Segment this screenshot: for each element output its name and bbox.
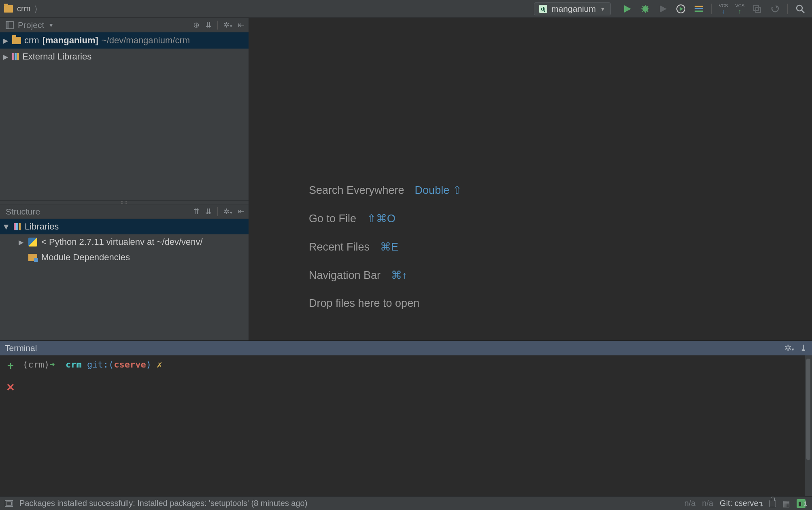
status-bar: Packages installed successfully: Install… [0,496,812,510]
module-deps-icon [28,254,37,261]
run-config-label: manganium [551,4,596,14]
django-icon: dj [539,5,547,13]
status-git-branch[interactable]: Git: cserve⇅ [720,499,763,508]
project-tw-title: Project [18,20,44,30]
concurrency-button[interactable] [693,4,704,14]
tree-row-external-libs[interactable]: ▶ External Libraries [0,49,249,65]
separator [217,207,218,216]
chevron-down-icon: ▼ [600,6,606,12]
svg-point-15 [797,5,802,11]
tree-row-project-root[interactable]: ▶ crm [manganium] ~/dev/manganium/crm [0,32,249,49]
vcs-revert-button[interactable] [769,4,780,14]
expand-arrow-icon[interactable]: ▶ [2,37,9,45]
terminal-tw-header[interactable]: Terminal ✲▾ ⤓ [0,341,812,355]
status-line-sep[interactable]: n/a [684,499,695,508]
prompt-git-pre: git:( [87,359,114,370]
libraries-icon [12,53,19,60]
terminal-content[interactable]: (crm)➜ crm git:(cserve) ✗ [21,355,805,496]
vcs-update-button[interactable]: VCS↓ [719,4,728,14]
svg-rect-10 [695,8,703,9]
gear-icon[interactable]: ✲▾ [223,20,232,30]
root-module: [manganium] [43,35,98,46]
tool-windows-toggle-icon[interactable] [5,500,13,507]
coverage-button[interactable] [658,4,668,14]
debug-button[interactable] [640,4,650,14]
hide-icon[interactable]: ⇤ [238,207,244,216]
expand-arrow-icon[interactable]: ▶ [18,238,24,246]
collapse-all-icon[interactable]: ⇊ [205,207,212,216]
terminal-new-tab-button[interactable]: + [7,359,14,372]
hector-indicator[interactable]: ◧ 1 [797,499,807,508]
svg-line-16 [801,10,804,13]
breadcrumb-separator: ⟩ [34,4,38,14]
structure-tw-title: Structure [6,207,40,217]
chevron-down-icon[interactable]: ▼ [48,22,54,28]
hint-recent-files: Recent Files ⌘E [309,240,462,253]
project-view-icon [6,21,14,29]
vcs-commit-button[interactable]: VCS↑ [735,4,744,14]
prompt-git-post: ) [146,359,151,370]
python-icon [28,238,37,246]
separator [217,21,218,30]
status-encoding[interactable]: n/a [702,499,713,508]
processes-icon[interactable]: ▦ [782,499,790,508]
structure-row-module-deps[interactable]: Module Dependencies [0,250,249,265]
hint-drop-files: Drop files here to open [309,297,462,310]
search-everywhere-button[interactable] [795,4,806,14]
status-message: Packages installed successfully: Install… [19,499,307,508]
pane-splitter[interactable]: ⠿⠿ [0,200,249,204]
terminal-scrollbar[interactable] [805,355,812,496]
prompt-arrow: ➜ [49,359,55,370]
expand-arrow-icon[interactable]: ▶ [2,53,9,61]
terminal-close-tab-button[interactable]: ✕ [6,381,15,394]
prompt-dirty: ✗ [157,359,162,370]
prompt-venv: (crm) [23,359,49,370]
folder-icon [4,5,13,13]
structure-row-python[interactable]: ▶ < Python 2.7.11 virtualenv at ~/dev/ve… [0,234,249,250]
toolbar-separator [711,4,712,14]
svg-marker-6 [660,5,667,13]
run-button[interactable] [622,4,633,14]
run-config-selector[interactable]: dj manganium ▼ [534,2,611,15]
collapse-icon[interactable]: ⇊ [205,20,212,30]
module-deps-label: Module Dependencies [41,252,130,263]
svg-marker-0 [624,5,631,13]
gear-icon[interactable]: ✲▾ [223,207,232,216]
editor-empty[interactable]: Search Everywhere Double ⇧ Go to File ⇧⌘… [249,18,812,340]
terminal-tw-title: Terminal [5,343,37,353]
libraries-icon [14,223,21,230]
prompt-cwd: crm [66,359,82,370]
hide-icon[interactable]: ⤓ [800,343,807,353]
lock-icon[interactable] [769,500,776,507]
root-path: ~/dev/manganium/crm [102,35,190,46]
hint-goto-file: Go to File ⇧⌘O [309,212,462,225]
gear-icon[interactable]: ✲▾ [784,343,794,353]
expand-all-icon[interactable]: ⇈ [193,207,200,216]
svg-rect-18 [6,21,9,29]
prompt-branch: cserve [114,359,146,370]
collapse-arrow-icon[interactable]: ▶ [3,223,11,230]
profile-button[interactable] [676,4,686,14]
external-libs-label: External Libraries [22,51,91,62]
python-env-label: < Python 2.7.11 virtualenv at ~/dev/venv… [41,237,203,247]
svg-rect-11 [695,11,703,12]
project-tw-header[interactable]: Project ▼ ⊕ ⇊ ✲▾ ⇤ [0,18,249,32]
root-name: crm [24,35,39,46]
toolbar-separator [787,4,788,14]
breadcrumb-project: crm [17,4,30,13]
folder-icon [12,37,21,44]
structure-tw-header[interactable]: Structure ⇈ ⇊ ✲▾ ⇤ [0,204,249,219]
breadcrumb[interactable]: crm ⟩ [0,4,42,14]
locate-icon[interactable]: ⊕ [193,20,200,30]
svg-marker-8 [680,7,683,11]
hint-navigation-bar: Navigation Bar ⌘↑ [309,269,462,282]
vcs-history-button[interactable] [752,4,762,14]
libraries-label: Libraries [25,221,59,232]
project-tree[interactable]: ▶ crm [manganium] ~/dev/manganium/crm ▶ … [0,32,249,200]
hint-search-everywhere: Search Everywhere Double ⇧ [309,184,462,197]
hide-icon[interactable]: ⇤ [238,20,244,30]
structure-row-libraries[interactable]: ▶ Libraries [0,219,249,234]
svg-rect-9 [695,6,703,7]
structure-tree[interactable]: ▶ Libraries ▶ < Python 2.7.11 virtualenv… [0,219,249,340]
